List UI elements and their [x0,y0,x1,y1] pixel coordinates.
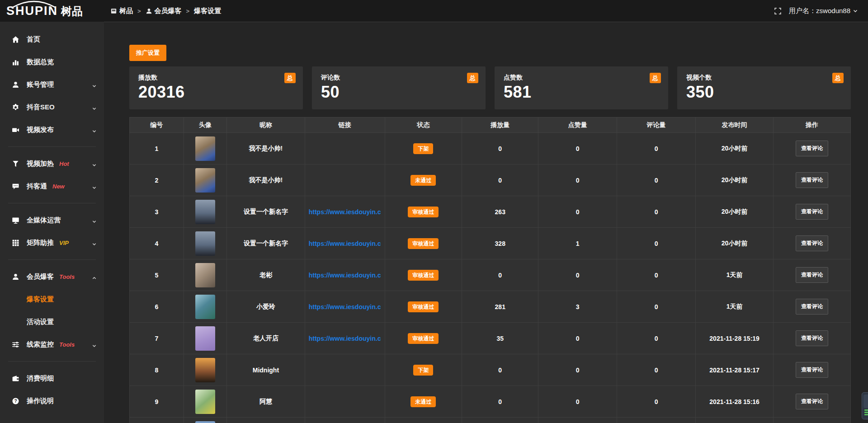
floating-widget[interactable] [862,392,868,419]
chevron-down-icon [853,8,858,14]
cell-time: 2021-11-28 15:17 [695,354,773,386]
cell-action: 查看评论 [774,164,851,196]
sidebar-item-label: 视频加热 [27,160,54,168]
sidebar-item-badge: Hot [59,160,69,167]
sidebar-item[interactable]: 账号管理 [0,73,104,96]
sidebar-item[interactable]: 视频发布 [0,118,104,141]
sidebar-item-badge: New [52,183,65,190]
table-row: 1我不是小帅!下架00020小时前查看评论 [130,133,851,164]
sidebar: 首页数据总览账号管理抖音SEO视频发布视频加热Hot抖客通New全媒体运营矩阵助… [0,22,104,423]
sidebar-item[interactable]: 视频加热Hot [0,152,104,175]
cell-comments [617,418,696,423]
sidebar-item-label: 数据总览 [27,58,54,66]
chevron-down-icon [92,240,97,245]
avatar [195,295,215,319]
cell-likes: 0 [538,386,617,418]
floating-widget-bar [864,409,868,411]
cell-likes: 1 [538,228,617,259]
column-header: 发布时间 [695,118,773,133]
table-body: 1我不是小帅!下架00020小时前查看评论2我不是小帅!未通过00020小时前查… [130,133,851,423]
cell-link: https://www.iesdouyin.c [305,228,385,259]
cell-avatar [184,354,227,386]
chevron-down-icon [92,184,97,189]
cell-comments: 0 [617,386,696,418]
chevron-down-icon [92,161,97,166]
column-header: 状态 [385,118,462,133]
cell-id: 7 [130,323,184,354]
video-link[interactable]: https://www.iesdouyin.c [309,335,381,342]
cell-id: 6 [130,291,184,323]
breadcrumb-item[interactable]: 树品 [110,7,133,15]
video-link[interactable]: https://www.iesdouyin.c [309,272,381,279]
main-content: 推广设置 播放数20316总评论数50总点赞数581总视频个数350总 编号头像… [104,22,868,423]
status-badge: 未通过 [410,175,436,186]
stats-row: 播放数20316总评论数50总点赞数581总视频个数350总 [129,66,851,109]
sidebar-item[interactable]: 数据总览 [0,51,104,73]
chevron-down-icon [92,218,97,223]
username-dropdown[interactable]: 用户名：zswodun88 [789,7,858,15]
sidebar-subitem[interactable]: 爆客设置 [0,288,104,310]
cell-comments: 0 [617,259,696,291]
sidebar-item[interactable]: 消费明细 [0,367,104,390]
breadcrumb-label: 树品 [119,7,133,15]
cell-id: 3 [130,196,184,228]
sidebar-item[interactable]: 抖客通New [0,175,104,197]
cell-action: 查看评论 [774,291,851,323]
cell-avatar [184,133,227,164]
video-link[interactable]: https://www.iesdouyin.c [309,303,381,310]
publish-icon [12,126,19,134]
sidebar-item[interactable]: 抖音SEO [0,96,104,118]
sidebar-item[interactable]: 矩阵助推VIP [0,231,104,254]
video-link[interactable]: https://www.iesdouyin.c [309,208,381,216]
stat-value: 350 [686,83,842,102]
view-comments-button[interactable]: 查看评论 [796,235,828,251]
view-comments-button[interactable]: 查看评论 [796,394,828,409]
cell-status: 审核通过 [385,259,462,291]
view-comments-button[interactable]: 查看评论 [796,172,828,188]
cell-link: https://www.iesdouyin.c [305,323,385,354]
cell-comments: 0 [617,228,696,259]
cell-likes: 0 [538,164,617,196]
cell-likes: 0 [538,259,617,291]
sidebar-item[interactable]: 全媒体运营 [0,209,104,231]
cell-comments: 0 [617,323,696,354]
avatar [195,200,215,224]
video-link[interactable]: https://www.iesdouyin.c [309,240,381,247]
sidebar-item[interactable]: 首页 [0,28,104,51]
sidebar-divider [8,146,96,147]
column-header: 编号 [130,118,184,133]
top-header: SHUPIN 树品 树品>会员爆客>爆客设置 用户名：zswodun88 [0,0,868,22]
cell-action [774,418,851,423]
logo-text-cn: 树品 [61,5,83,17]
view-comments-button[interactable]: 查看评论 [796,204,828,220]
sidebar-item-label: 矩阵助推 [27,239,54,247]
view-comments-button[interactable]: 查看评论 [796,299,828,315]
view-comments-button[interactable]: 查看评论 [796,362,828,378]
view-comments-button[interactable]: 查看评论 [796,267,828,283]
stat-card: 视频个数350总 [677,66,851,109]
floating-widget-bar [864,412,868,413]
promo-settings-button[interactable]: 推广设置 [129,45,166,61]
view-comments-button[interactable]: 查看评论 [796,141,828,156]
cell-action: 查看评论 [774,228,851,259]
sidebar-nav: 首页数据总览账号管理抖音SEO视频发布视频加热Hot抖客通New全媒体运营矩阵助… [0,28,104,412]
cell-status: 审核通过 [385,228,462,259]
column-header: 头像 [184,118,227,133]
cell-id: 8 [130,354,184,386]
sidebar-subitem[interactable]: 活动设置 [0,310,104,333]
cell-time: 2021-11-28 15:16 [695,386,773,418]
cell-status: 未通过 [385,164,462,196]
logo: SHUPIN 树品 [0,5,104,17]
view-comments-button[interactable]: 查看评论 [796,330,828,346]
sidebar-item[interactable]: ?操作说明 [0,390,104,412]
status-badge: 审核通过 [408,301,439,312]
sidebar-item[interactable]: 会员爆客Tools [0,265,104,288]
floating-widget-screen [863,395,868,408]
sidebar-submenu: 爆客设置活动设置 [0,288,104,333]
cell-avatar [184,164,227,196]
fullscreen-icon[interactable] [774,7,782,15]
breadcrumb-item[interactable]: 会员爆客 [146,7,182,15]
cell-avatar [184,196,227,228]
sidebar-item[interactable]: 线索监控Tools [0,333,104,356]
stat-value: 20316 [138,83,294,102]
